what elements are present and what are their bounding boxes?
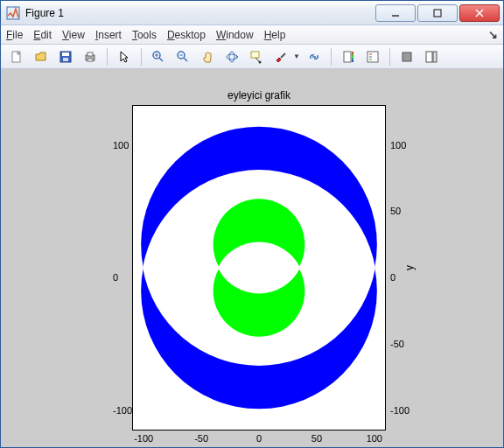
svg-rect-10 [88, 52, 93, 56]
x-tick-label: -50 [194, 433, 208, 444]
insert-legend-button[interactable] [362, 46, 383, 67]
y-tick-label-right: -100 [390, 405, 410, 416]
y-tick-label-left: -100 [113, 405, 132, 416]
y-tick-label-left: 100 [113, 140, 129, 150]
brush-button[interactable] [270, 46, 291, 67]
toolbar-separator [389, 48, 390, 66]
svg-rect-7 [62, 52, 69, 56]
y-tick-label-right: 0 [390, 272, 396, 283]
menu-file[interactable]: File [6, 29, 23, 41]
x-tick-label: 100 [367, 433, 382, 444]
y-tick-label-right: 50 [390, 206, 401, 216]
pointer-button[interactable] [114, 46, 135, 67]
data-cursor-button[interactable] [246, 46, 267, 67]
svg-rect-33 [426, 52, 432, 62]
svg-point-20 [229, 52, 234, 62]
svg-rect-21 [251, 52, 259, 58]
menu-help[interactable]: Help [264, 29, 286, 41]
menu-edit[interactable]: Edit [33, 29, 52, 41]
window-controls [374, 4, 500, 22]
svg-line-24 [281, 53, 285, 58]
minimize-button[interactable] [375, 4, 416, 22]
x-tick-label: -100 [134, 433, 153, 444]
show-plot-tools-button[interactable] [421, 46, 442, 67]
axes[interactable] [132, 105, 386, 430]
svg-line-17 [184, 58, 187, 61]
svg-rect-26 [344, 52, 351, 62]
new-file-button[interactable] [6, 46, 27, 67]
svg-rect-28 [368, 52, 378, 62]
menu-insert[interactable]: Insert [95, 29, 122, 41]
close-button[interactable] [459, 4, 500, 22]
svg-rect-11 [88, 59, 93, 61]
y-axis-label: y [403, 265, 416, 270]
y-tick-label-left: 0 [113, 272, 118, 283]
dock-controls-icon[interactable]: ↘ [488, 28, 498, 41]
menu-window[interactable]: Window [216, 29, 254, 41]
figure-window: Figure 1 File Edit View Insert Tools Des… [0, 0, 504, 448]
open-file-button[interactable] [31, 46, 52, 67]
menu-view[interactable]: View [62, 29, 85, 41]
pan-button[interactable] [197, 46, 218, 67]
menubar: File Edit View Insert Tools Desktop Wind… [1, 25, 503, 45]
insert-colorbar-button[interactable] [338, 46, 359, 67]
x-tick-label: 0 [256, 433, 262, 444]
zoom-in-button[interactable] [148, 46, 169, 67]
matlab-icon [6, 6, 20, 20]
toolbar-separator [141, 48, 142, 66]
svg-line-13 [159, 58, 163, 61]
plot-svg [133, 106, 385, 430]
chart-title: eyleyici grafik [132, 89, 386, 102]
save-button[interactable] [55, 46, 76, 67]
rotate3d-button[interactable] [221, 46, 242, 67]
link-button[interactable] [304, 46, 325, 67]
maximize-button[interactable] [417, 4, 458, 22]
print-button[interactable] [80, 46, 101, 67]
brush-dropdown-icon[interactable]: ▼ [293, 52, 300, 60]
svg-line-22 [256, 58, 259, 61]
svg-point-19 [227, 54, 237, 60]
window-title: Figure 1 [25, 7, 374, 19]
titlebar[interactable]: Figure 1 [1, 1, 503, 25]
toolbar-separator [331, 48, 332, 66]
zoom-out-button[interactable] [172, 46, 193, 67]
y-tick-label-right: 100 [390, 140, 406, 150]
toolbar-separator [107, 48, 108, 66]
svg-rect-34 [433, 52, 437, 62]
hide-plot-tools-button[interactable] [396, 46, 417, 67]
x-tick-label: 50 [312, 433, 322, 444]
figure-area[interactable]: eyleyici grafik -100-50050100-100-500501… [1, 69, 503, 447]
toolbar: ▼ [1, 45, 503, 69]
svg-rect-8 [63, 58, 68, 61]
menu-desktop[interactable]: Desktop [167, 29, 206, 41]
svg-rect-2 [434, 10, 441, 17]
svg-point-23 [259, 60, 262, 63]
menu-tools[interactable]: Tools [132, 29, 157, 41]
svg-rect-27 [352, 52, 354, 62]
y-tick-label-right: -50 [390, 339, 404, 349]
svg-rect-32 [402, 52, 411, 61]
